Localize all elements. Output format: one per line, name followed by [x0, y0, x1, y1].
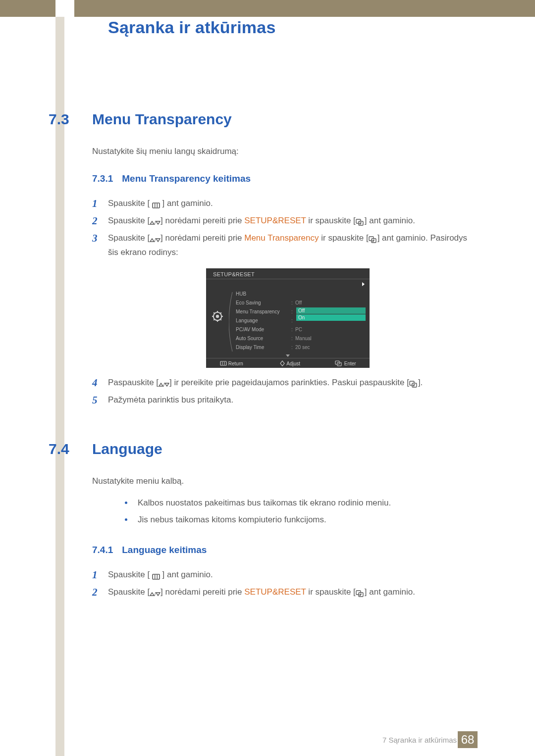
top-bar [0, 0, 535, 17]
chapter-tab [55, 0, 74, 17]
osd-return-button: Return [220, 361, 243, 366]
osd-option-on: On [296, 314, 366, 321]
menu-icon [152, 199, 160, 211]
svg-point-10 [216, 315, 219, 318]
osd-value-autosource: Manual [295, 336, 312, 341]
osd-adjust-button: Adjust [279, 360, 300, 366]
svg-text:/: / [155, 591, 157, 597]
svg-text:/: / [155, 237, 157, 243]
osd-menu-displaytime: Display Time [236, 345, 264, 350]
svg-line-15 [214, 312, 215, 314]
step-2-language: 2 Spauskite [/] norėdami pereiti prie SE… [92, 586, 476, 600]
osd-value-displaytime: 20 sec [295, 345, 310, 350]
osd-menu-transparency: Menu Transparency [236, 309, 279, 314]
svg-rect-27 [153, 574, 160, 579]
osd-right-arrow-icon [362, 282, 365, 286]
subsection-title: Language keitimas [122, 545, 207, 555]
step-5: 5 Pažymėta parinktis bus pritaikyta. [92, 394, 476, 406]
section-number-7-3: 7.3 [49, 111, 69, 128]
up-down-icon: / [150, 587, 160, 600]
enter-icon [356, 587, 365, 600]
footer-section-label: 7 Sąranka ir atkūrimas [382, 736, 457, 744]
svg-rect-19 [220, 361, 226, 365]
osd-value-eco: Off [295, 300, 302, 305]
svg-text:/: / [155, 220, 157, 226]
osd-menu-eco-saving: Eco Saving [236, 300, 261, 305]
svg-line-17 [214, 319, 215, 320]
osd-screenshot: SETUP&RESET HUB Eco Saving : Off Menu Tr… [206, 268, 370, 368]
section-title-7-4: Language [92, 441, 162, 457]
osd-menu-pcav: PC/AV Mode [236, 327, 264, 332]
svg-rect-0 [153, 203, 160, 208]
bullet-2: Jis nebus taikomas kitoms kompiuterio fu… [125, 515, 476, 525]
subsection-number: 7.3.1 [92, 173, 113, 184]
enter-icon [409, 378, 418, 391]
subsection-7-4-1: 7.4.1Language keitimas [92, 545, 207, 555]
osd-menu-autosource: Auto Source [236, 336, 263, 341]
document-title: Sąranka ir atkūrimas [108, 18, 276, 37]
svg-rect-23 [337, 362, 341, 366]
section-7-3-intro: Nustatykite šių meniu langų skaidrumą: [92, 147, 239, 156]
osd-menu-hub: HUB [236, 291, 246, 297]
section-title-7-3: Menu Transparency [92, 111, 232, 128]
step-1-language: 1 Spauskite [ ] ant gaminio. [92, 568, 476, 583]
step-1: 1 Spauskite [ ] ant gaminio. [92, 197, 476, 211]
subsection-7-3-1: 7.3.1Menu Transparency keitimas [92, 173, 251, 184]
step-3: 3 Spauskite [/] norėdami pereiti prie Me… [92, 232, 476, 258]
svg-rect-26 [412, 383, 417, 387]
bullet-icon [125, 518, 127, 521]
menu-icon [152, 570, 160, 583]
gear-icon [212, 311, 223, 322]
subsection-number: 7.4.1 [92, 545, 113, 555]
svg-rect-8 [372, 239, 376, 243]
svg-line-16 [220, 319, 221, 320]
svg-text:/: / [163, 382, 165, 388]
osd-enter-button: Enter [335, 360, 356, 366]
osd-option-off: Off [296, 307, 366, 314]
bullet-icon [125, 502, 127, 504]
page-number: 68 [458, 731, 478, 748]
svg-rect-5 [359, 221, 363, 225]
enter-icon [356, 216, 365, 229]
subsection-title: Menu Transparency keitimas [122, 173, 251, 184]
section-number-7-4: 7.4 [49, 441, 69, 457]
svg-line-18 [220, 312, 221, 314]
enter-icon [369, 233, 377, 246]
osd-menu-language: Language [236, 318, 258, 323]
up-down-icon: / [150, 216, 160, 229]
bullet-1: Kalbos nuostatos pakeitimas bus taikomas… [125, 498, 476, 508]
osd-title: SETUP&RESET [213, 271, 255, 277]
up-down-icon: / [150, 233, 160, 246]
step-2: 2 Spauskite [/] norėdami pereiti prie SE… [92, 214, 476, 229]
step-4: 4 Paspauskite [/] ir pereikite prie page… [92, 376, 476, 391]
osd-curve-line [229, 292, 233, 352]
section-7-4-intro: Nustatykite meniu kalbą. [92, 476, 184, 486]
up-down-icon: / [159, 378, 169, 391]
osd-down-arrow-icon [286, 354, 290, 357]
osd-value-pcav: PC [295, 327, 302, 332]
svg-rect-32 [359, 593, 363, 597]
